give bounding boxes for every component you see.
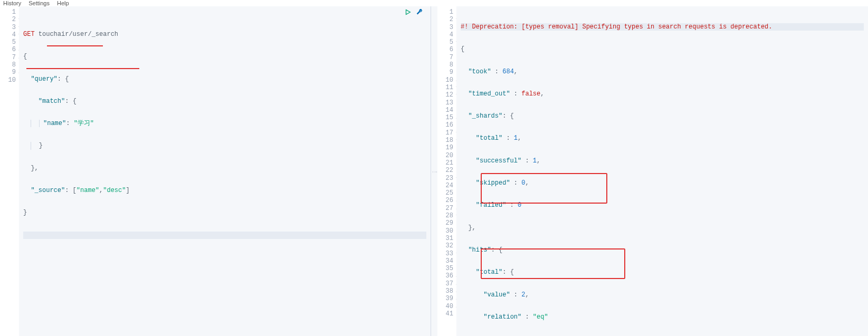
gutter-line: 33▾	[437, 250, 453, 257]
punc: : {	[65, 98, 77, 105]
gutter-line: 17▾	[437, 129, 453, 137]
punc: :	[510, 179, 522, 187]
gutter-line: 6▴	[0, 46, 16, 53]
gutter-line: 10	[0, 76, 16, 84]
json-key: "successful"	[476, 157, 521, 165]
request-panel: 1 2▾ 3▾ 4▾ 5 6▴ 7▴ 8 9▴ 10 GET touchair/…	[0, 6, 431, 336]
menu-settings[interactable]: Settings	[28, 0, 50, 6]
gutter-line: 1	[437, 8, 453, 16]
wrench-icon[interactable]	[416, 8, 423, 18]
punc: :	[66, 120, 73, 127]
gutter-line: 6	[437, 46, 453, 53]
gutter-line: 20	[437, 152, 453, 159]
json-key: "skipped"	[476, 179, 510, 187]
gutter-line: 18▾	[437, 137, 453, 144]
gutter-line: 21	[437, 159, 453, 167]
menu-bar: History Settings Help	[0, 0, 868, 6]
gutter-line: 41	[437, 310, 453, 318]
svg-marker-0	[406, 10, 411, 15]
gutter-line: 10▴	[437, 76, 453, 84]
json-value: "eq"	[533, 313, 548, 321]
gutter-line: 4▾	[0, 31, 16, 39]
gutter-line: 40▴	[437, 303, 453, 310]
punc: :	[506, 201, 518, 209]
annotation-box	[481, 173, 607, 204]
gutter-line: 37▴	[437, 280, 453, 287]
json-key: "value"	[483, 291, 510, 299]
response-panel: 12▾345▾678910▴11▾12▾131415▴1617▾18▾19202…	[437, 6, 868, 336]
gutter-line: 4	[437, 31, 453, 39]
gutter-line: 16	[437, 121, 453, 129]
punc: : {	[502, 268, 514, 276]
http-method: GET	[23, 31, 35, 38]
punc: : {	[58, 75, 69, 83]
json-key: "total"	[476, 135, 502, 142]
response-viewer[interactable]: #! Deprecation: [types removal] Specifyi…	[456, 6, 868, 336]
punc: ,	[525, 179, 529, 187]
current-line	[23, 232, 426, 239]
json-value: 0	[518, 201, 521, 209]
split-view: 1 2▾ 3▾ 4▾ 5 6▴ 7▴ 8 9▴ 10 GET touchair/…	[0, 6, 868, 336]
json-key: "_source"	[31, 187, 65, 194]
menu-history[interactable]: History	[3, 0, 21, 6]
json-key: "query"	[31, 75, 57, 83]
gutter-line: 29	[437, 219, 453, 227]
gutter-line: 24	[437, 182, 453, 189]
json-key: "relation"	[483, 313, 521, 321]
gutter-line: 32	[437, 242, 453, 249]
gutter-line: 9▴	[0, 69, 16, 76]
gutter-line: 14	[437, 107, 453, 114]
annotation-underline	[47, 45, 103, 46]
gutter-line: 7	[437, 54, 453, 61]
gutter-line: 2▾	[0, 16, 16, 23]
gutter-line: 38▴	[437, 287, 453, 295]
pane-splitter[interactable]: ⋮	[431, 6, 437, 336]
punc: ,	[518, 135, 521, 142]
punc: :	[521, 157, 533, 165]
menu-help[interactable]: Help	[57, 0, 69, 6]
gutter-line: 39▴	[437, 295, 453, 302]
brace: {	[23, 53, 27, 60]
punc: :	[491, 68, 503, 75]
json-value: 1	[514, 135, 518, 142]
grip-icon: ⋮	[432, 169, 437, 174]
punc: : [	[65, 187, 77, 194]
gutter-line: 8	[437, 61, 453, 69]
deprecation-warning: #! Deprecation: [types removal] Specifyi…	[461, 23, 772, 31]
run-icon[interactable]	[404, 8, 412, 18]
request-gutter: 1 2▾ 3▾ 4▾ 5 6▴ 7▴ 8 9▴ 10	[0, 6, 19, 336]
gutter-line: 15▴	[437, 114, 453, 121]
gutter-line: 25	[437, 189, 453, 197]
brace: },	[468, 224, 475, 232]
brace: {	[461, 45, 464, 53]
json-value: "desc"	[103, 187, 126, 194]
json-key: "timed_out"	[468, 90, 510, 98]
gutter-line: 19	[437, 144, 453, 151]
brace: },	[31, 165, 38, 172]
gutter-line: 1	[0, 8, 16, 16]
gutter-line: 31	[437, 235, 453, 242]
punc: :	[502, 135, 514, 142]
json-value: "学习"	[74, 120, 94, 127]
gutter-line: 11▾	[437, 84, 453, 91]
json-value: false	[521, 90, 540, 98]
gutter-line: 9	[437, 69, 453, 76]
gutter-line: 26▴	[437, 197, 453, 204]
punc: ]	[126, 187, 129, 194]
punc: ,	[540, 90, 544, 98]
punc: ,	[514, 68, 518, 75]
brace: }	[39, 142, 43, 149]
annotation-underline	[26, 68, 139, 69]
gutter-line: 13	[437, 99, 453, 107]
punc: ,	[537, 157, 540, 165]
request-editor[interactable]: GET touchair/user/_search { "query": { "…	[19, 6, 431, 336]
gutter-line: 23▾	[437, 175, 453, 182]
json-key: "total"	[476, 268, 502, 276]
gutter-line: 8	[0, 61, 16, 69]
gutter-line: 36▴	[437, 272, 453, 280]
request-path: touchair/user/_search	[39, 31, 118, 38]
gutter-line: 7▴	[0, 54, 16, 61]
json-key: "_shards"	[468, 112, 502, 120]
gutter-line: 12▾	[437, 91, 453, 99]
gutter-line: 5▾	[437, 39, 453, 46]
